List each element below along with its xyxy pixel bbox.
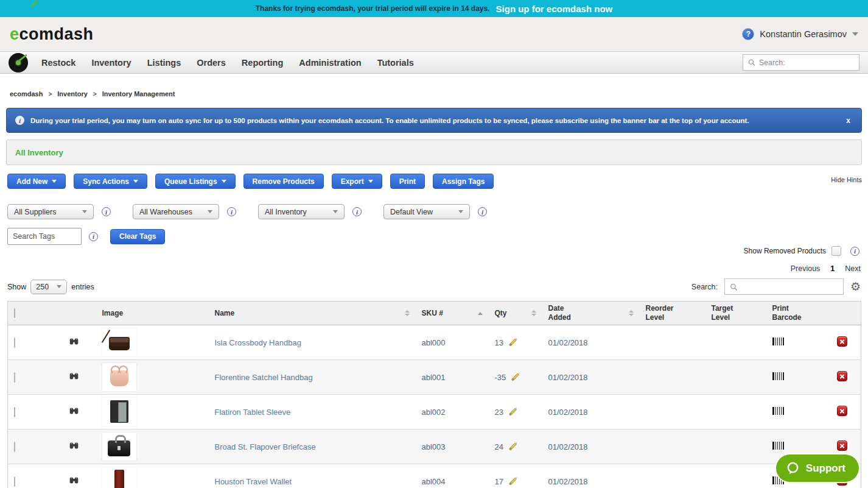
info-icon[interactable]: i — [227, 207, 236, 216]
breadcrumb-inventory-management[interactable]: Inventory Management — [102, 90, 175, 97]
gear-icon[interactable]: ⚙ — [850, 281, 861, 292]
product-name-link[interactable]: Broad St. Flapover Briefcase — [215, 442, 316, 451]
support-button[interactable]: Support — [776, 454, 859, 482]
signup-link[interactable]: Sign up for ecomdash now — [496, 4, 613, 14]
barcode-icon[interactable] — [772, 338, 784, 345]
edit-qty-pencil-icon[interactable] — [509, 442, 517, 450]
user-menu-chevron-down-icon[interactable] — [852, 32, 858, 36]
row-checkbox[interactable] — [14, 442, 15, 452]
qty-value: 23 — [495, 408, 503, 417]
clear-tags-button[interactable]: Clear Tags — [110, 229, 165, 244]
row-checkbox[interactable] — [14, 476, 15, 487]
edit-qty-pencil-icon[interactable] — [511, 373, 519, 381]
column-name[interactable]: Name — [209, 302, 416, 325]
product-image[interactable] — [102, 398, 136, 426]
assign-tags-button[interactable]: Assign Tags — [433, 174, 494, 189]
info-icon[interactable]: i — [478, 207, 487, 216]
product-name-link[interactable]: Florentine Satchel Handbag — [215, 373, 313, 382]
binoculars-icon[interactable] — [69, 441, 79, 452]
barcode-icon[interactable] — [772, 407, 784, 415]
binoculars-icon[interactable] — [69, 337, 79, 348]
delete-icon[interactable] — [837, 440, 847, 451]
user-name[interactable]: Konstantin Gerasimov — [760, 29, 847, 39]
clear-tags-label: Clear Tags — [119, 232, 156, 241]
queue-listings-button[interactable]: Queue Listings — [155, 174, 236, 189]
trial-info-banner: i During your trial period, you may turn… — [6, 108, 862, 133]
help-icon[interactable]: ? — [742, 28, 754, 40]
info-icon[interactable]: i — [850, 247, 859, 256]
table-row: Broad St. Flapover Briefcase abl003 24 0… — [8, 430, 861, 464]
sync-actions-button[interactable]: Sync Actions — [74, 174, 147, 189]
product-name-link[interactable]: Isla Crossbody Handbag — [215, 338, 301, 347]
edit-qty-pencil-icon[interactable] — [509, 338, 517, 346]
barcode-icon[interactable] — [772, 442, 784, 450]
info-icon[interactable]: i — [352, 207, 362, 216]
target-level-cell — [705, 395, 766, 430]
export-button[interactable]: Export — [332, 174, 382, 189]
add-new-label: Add New — [16, 177, 47, 186]
crossbody-handbag-image — [109, 337, 130, 350]
suppliers-filter-select[interactable]: All Suppliers — [7, 204, 94, 219]
info-icon[interactable]: i — [89, 232, 98, 241]
nav-item-orders[interactable]: Orders — [197, 58, 226, 68]
sku-cell: abl000 — [416, 325, 489, 360]
warehouses-filter-select[interactable]: All Warehouses — [133, 204, 219, 219]
column-sku[interactable]: SKU # — [416, 302, 489, 325]
product-name-link[interactable]: Flatiron Tablet Sleeve — [215, 408, 291, 417]
inventory-filter-select[interactable]: All Inventory — [258, 204, 345, 219]
global-search-input[interactable] — [759, 58, 854, 67]
gauge-logo-icon[interactable] — [9, 53, 28, 72]
product-image[interactable] — [102, 328, 136, 356]
delete-icon[interactable] — [837, 336, 847, 347]
column-qty[interactable]: Qty — [489, 302, 542, 325]
column-target-level: Target Level — [705, 302, 766, 325]
nav-item-listings[interactable]: Listings — [147, 58, 181, 68]
barcode-icon[interactable] — [772, 372, 784, 380]
next-page-link[interactable]: Next — [845, 264, 861, 273]
app-header: ecomdash ? Konstantin Gerasimov — [0, 17, 868, 51]
binoculars-icon[interactable] — [69, 372, 79, 383]
tablet-sleeve-image — [110, 400, 128, 423]
hide-hints-link[interactable]: Hide Hints — [831, 176, 862, 183]
breadcrumb: ecomdash > Inventory > Inventory Managem… — [0, 74, 868, 104]
nav-item-administration[interactable]: Administration — [299, 58, 361, 68]
info-icon[interactable]: i — [102, 207, 111, 216]
add-new-button[interactable]: Add New — [7, 174, 66, 189]
table-controls: Show 250 entries Search: ⚙ — [7, 278, 861, 295]
product-image[interactable] — [102, 433, 136, 461]
delete-icon[interactable] — [837, 406, 847, 416]
nav-item-inventory[interactable]: Inventory — [91, 58, 131, 68]
binoculars-icon[interactable] — [69, 476, 79, 487]
page-size-select[interactable]: 250 — [30, 280, 67, 294]
target-level-cell — [705, 360, 766, 395]
product-image[interactable] — [102, 467, 136, 488]
previous-page-link[interactable]: Previous — [791, 264, 821, 273]
row-checkbox[interactable] — [14, 407, 15, 417]
view-filter-select[interactable]: Default View — [383, 204, 470, 219]
suppliers-filter-value: All Suppliers — [14, 208, 56, 216]
breadcrumb-inventory[interactable]: Inventory — [57, 90, 88, 97]
product-image[interactable] — [102, 363, 136, 391]
breadcrumb-ecomdash[interactable]: ecomdash — [10, 90, 43, 97]
product-name-link[interactable]: Houston Travel Wallet — [215, 477, 292, 486]
current-page-number[interactable]: 1 — [830, 264, 835, 273]
nav-item-restock[interactable]: Restock — [41, 58, 75, 68]
show-removed-checkbox[interactable] — [831, 246, 841, 256]
column-date-added[interactable]: Date Added — [542, 302, 640, 325]
date-added-cell: 01/02/2018 — [542, 325, 640, 360]
table-search-input[interactable] — [741, 283, 838, 291]
delete-icon[interactable] — [837, 371, 847, 381]
row-checkbox[interactable] — [14, 372, 15, 383]
banner-close-icon[interactable]: x — [844, 116, 853, 125]
nav-item-reporting[interactable]: Reporting — [242, 58, 283, 68]
print-button[interactable]: Print — [390, 174, 425, 189]
chevron-down-icon — [57, 285, 61, 288]
remove-products-button[interactable]: Remove Products — [243, 174, 324, 189]
binoculars-icon[interactable] — [69, 406, 79, 417]
nav-item-tutorials[interactable]: Tutorials — [377, 58, 414, 68]
search-tags-input[interactable] — [7, 228, 82, 245]
edit-qty-pencil-icon[interactable] — [509, 477, 517, 485]
row-checkbox[interactable] — [14, 338, 15, 348]
edit-qty-pencil-icon[interactable] — [509, 408, 517, 416]
select-all-checkbox[interactable] — [14, 308, 15, 318]
